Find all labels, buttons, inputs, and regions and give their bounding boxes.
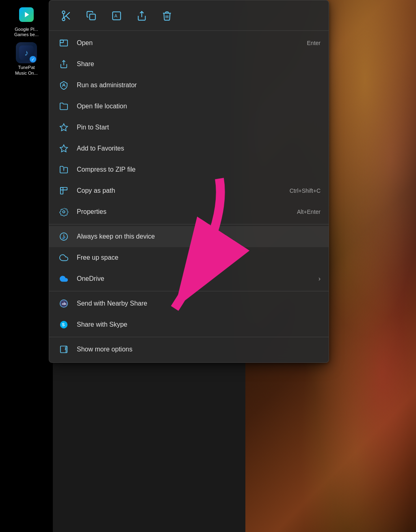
svg-rect-5 bbox=[90, 14, 95, 20]
more-options-icon bbox=[57, 343, 70, 356]
run-admin-svg bbox=[59, 81, 68, 90]
cut-button[interactable] bbox=[57, 7, 75, 25]
file-location-svg bbox=[59, 102, 68, 111]
copy-path-svg bbox=[59, 186, 68, 195]
run-admin-icon bbox=[57, 79, 70, 92]
tunepat-badge: ✓ bbox=[30, 56, 36, 62]
delete-icon bbox=[162, 11, 172, 21]
run-admin-label: Run as administrator bbox=[77, 82, 321, 89]
menu-divider-1 bbox=[49, 224, 329, 224]
compress-svg bbox=[59, 165, 68, 174]
menu-divider-2 bbox=[49, 291, 329, 291]
nearby-icon: ⟷ bbox=[57, 297, 70, 310]
more-options-svg bbox=[59, 345, 68, 354]
svg-line-4 bbox=[66, 16, 70, 19]
menu-divider-3 bbox=[49, 337, 329, 337]
free-up-icon bbox=[57, 251, 70, 264]
file-location-label: Open file location bbox=[77, 103, 321, 110]
properties-icon bbox=[57, 205, 70, 218]
svg-text:⟷: ⟷ bbox=[62, 302, 67, 306]
pin-start-label: Pin to Start bbox=[77, 124, 321, 131]
onedrive-icon bbox=[57, 272, 70, 285]
share-menu-icon bbox=[57, 58, 70, 71]
svg-marker-13 bbox=[60, 124, 67, 131]
menu-item-onedrive[interactable]: OneDrive › bbox=[49, 268, 329, 289]
properties-shortcut: Alt+Enter bbox=[297, 209, 321, 215]
show-more-label: Show more options bbox=[77, 346, 321, 353]
open-icon bbox=[57, 37, 70, 50]
compress-zip-label: Compress to ZIP file bbox=[77, 166, 321, 173]
svg-point-19 bbox=[63, 211, 65, 213]
compress-icon bbox=[57, 163, 70, 176]
svg-rect-9 bbox=[60, 40, 63, 43]
share-label: Share bbox=[77, 60, 321, 68]
delete-button[interactable] bbox=[158, 7, 176, 25]
svg-rect-10 bbox=[60, 40, 67, 46]
rename-button[interactable]: A bbox=[108, 7, 126, 25]
svg-point-1 bbox=[62, 11, 65, 13]
google-play-shape bbox=[19, 7, 34, 22]
properties-svg bbox=[59, 207, 68, 216]
svg-rect-18 bbox=[61, 187, 67, 190]
google-play-label: Google Pl... Games be... bbox=[14, 27, 39, 37]
desktop-icon-google-play[interactable]: Google Pl... Games be... bbox=[3, 4, 50, 37]
menu-item-properties[interactable]: Properties Alt+Enter bbox=[49, 201, 329, 222]
svg-text:S: S bbox=[62, 323, 65, 327]
desktop-icons-area: Google Pl... Games be... ♪ ✓ TunePat Mus… bbox=[0, 0, 53, 85]
menu-item-share[interactable]: Share bbox=[49, 54, 329, 75]
rename-icon: A bbox=[111, 11, 122, 21]
menu-item-run-as-admin[interactable]: Run as administrator bbox=[49, 75, 329, 96]
svg-point-0 bbox=[62, 18, 65, 21]
copy-path-shortcut: Ctrl+Shift+C bbox=[290, 187, 321, 194]
always-keep-icon bbox=[57, 230, 70, 243]
svg-point-20 bbox=[63, 237, 65, 239]
open-label: Open bbox=[77, 39, 307, 47]
favorites-label: Add to Favorites bbox=[77, 145, 321, 152]
skype-label: Share with Skype bbox=[77, 321, 321, 328]
menu-item-show-more[interactable]: Show more options bbox=[49, 339, 329, 360]
file-location-icon bbox=[57, 100, 70, 113]
properties-label: Properties bbox=[77, 208, 297, 215]
tunepat-icon-img: ♪ ✓ bbox=[16, 42, 37, 63]
copy-icon bbox=[86, 11, 97, 21]
copy-path-label: Copy as path bbox=[77, 187, 290, 194]
menu-item-always-keep[interactable]: Always keep on this device bbox=[49, 226, 329, 247]
cut-icon bbox=[61, 11, 72, 21]
menu-item-open[interactable]: Open Enter bbox=[49, 32, 329, 54]
favorites-icon bbox=[57, 142, 70, 155]
svg-text:A: A bbox=[115, 13, 118, 18]
context-menu-toolbar: A bbox=[49, 3, 329, 31]
menu-item-skype[interactable]: S Share with Skype bbox=[49, 314, 329, 335]
open-shortcut: Enter bbox=[307, 40, 321, 46]
svg-rect-17 bbox=[61, 187, 63, 194]
menu-item-free-up-space[interactable]: Free up space bbox=[49, 247, 329, 268]
free-up-svg bbox=[59, 253, 68, 262]
menu-item-file-location[interactable]: Open file location bbox=[49, 96, 329, 117]
always-keep-label: Always keep on this device bbox=[77, 233, 321, 240]
play-icon bbox=[22, 10, 31, 19]
menu-item-pin-start[interactable]: Pin to Start bbox=[49, 117, 329, 138]
copy-path-icon bbox=[57, 184, 70, 197]
favorites-svg bbox=[59, 144, 68, 153]
menu-item-copy-path[interactable]: Copy as path Ctrl+Shift+C bbox=[49, 180, 329, 201]
open-svg bbox=[59, 39, 68, 47]
share-toolbar-icon bbox=[136, 11, 147, 21]
free-up-space-label: Free up space bbox=[77, 254, 321, 261]
menu-item-compress-zip[interactable]: Compress to ZIP file bbox=[49, 159, 329, 180]
copy-button[interactable] bbox=[82, 7, 100, 25]
nearby-share-label: Send with Nearby Share bbox=[77, 300, 321, 307]
menu-item-nearby-share[interactable]: ⟷ Send with Nearby Share bbox=[49, 293, 329, 314]
always-keep-svg bbox=[59, 232, 68, 241]
pin-start-icon bbox=[57, 121, 70, 134]
tunepat-label: TunePat Music On... bbox=[15, 65, 38, 75]
google-play-icon-img bbox=[16, 4, 37, 25]
share-toolbar-button[interactable] bbox=[133, 7, 151, 25]
share-svg bbox=[59, 60, 68, 69]
onedrive-label: OneDrive bbox=[77, 275, 315, 282]
onedrive-svg bbox=[59, 274, 68, 283]
onedrive-arrow: › bbox=[318, 275, 321, 282]
desktop-icon-tunepat[interactable]: ♪ ✓ TunePat Music On... bbox=[3, 42, 50, 75]
svg-marker-14 bbox=[60, 145, 67, 152]
menu-item-favorites[interactable]: Add to Favorites bbox=[49, 138, 329, 159]
skype-icon: S bbox=[57, 318, 70, 331]
